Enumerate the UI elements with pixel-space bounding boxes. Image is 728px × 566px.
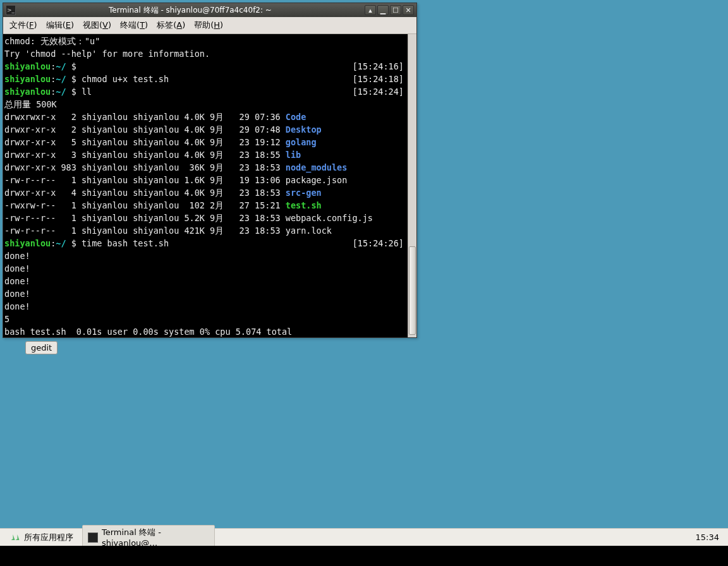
terminal-app-icon: >_ [6, 5, 16, 15]
window-rollup-button[interactable]: ▴ [365, 5, 376, 15]
window-title: Terminal 终端 - shiyanlou@70ff7a4c40f2: ~ [16, 5, 365, 16]
bottom-bar [0, 546, 728, 566]
menu-edit[interactable]: 编辑(E) [42, 18, 78, 32]
menu-tabs[interactable]: 标签(A) [153, 18, 189, 32]
terminal-taskbar-icon [88, 533, 98, 543]
terminal-window: >_ Terminal 终端 - shiyanlou@70ff7a4c40f2:… [3, 3, 417, 338]
menu-terminal[interactable]: 终端(T) [116, 18, 152, 32]
menu-view[interactable]: 视图(V) [79, 18, 115, 32]
scroll-thumb[interactable] [409, 246, 416, 335]
taskbar-clock[interactable]: 15:34 [687, 533, 728, 542]
applications-icon [10, 533, 20, 543]
terminal-scrollbar[interactable] [408, 34, 416, 337]
taskbar-applications-label: 所有应用程序 [24, 532, 73, 543]
menu-file[interactable]: 文件(F) [6, 18, 41, 32]
taskbar: 所有应用程序 Terminal 终端 - shiyanlou@… 15:34 [0, 528, 728, 546]
window-titlebar[interactable]: >_ Terminal 终端 - shiyanlou@70ff7a4c40f2:… [3, 3, 416, 17]
window-minimize-button[interactable]: ▁ [377, 5, 389, 15]
window-close-button[interactable]: ✕ [403, 5, 414, 15]
taskbar-item-label: Terminal 终端 - shiyanlou@… [102, 527, 209, 548]
taskbar-applications-button[interactable]: 所有应用程序 [5, 531, 78, 545]
terminal-output[interactable]: chmod: 无效模式："u"Try 'chmod --help' for mo… [3, 34, 416, 337]
menu-help[interactable]: 帮助(H) [190, 18, 227, 32]
menubar: 文件(F) 编辑(E) 视图(V) 终端(T) 标签(A) 帮助(H) [3, 17, 416, 34]
window-maximize-button[interactable]: ☐ [390, 5, 401, 15]
dragged-label-gedit[interactable]: gedit [25, 341, 58, 354]
